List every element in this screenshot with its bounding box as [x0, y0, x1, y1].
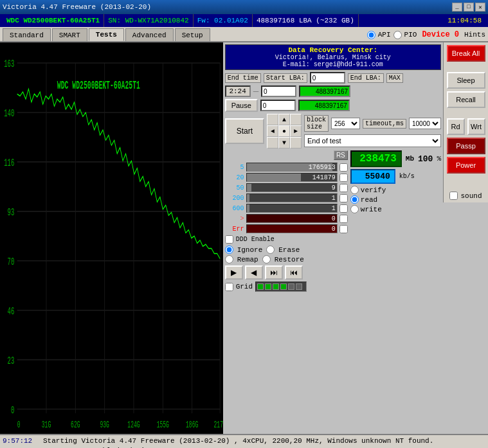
title-bar-controls: _ □ ✕ [452, 3, 485, 12]
grid-cell-6 [296, 283, 302, 290]
speed-bar-20: 141879 [246, 173, 338, 182]
stats-area: 238473 Mb 100 % 55040 kb/s [350, 150, 441, 213]
svg-text:31G: 31G [42, 420, 51, 431]
tab-smart[interactable]: SMART [52, 28, 87, 41]
tab-setup[interactable]: Setup [175, 28, 210, 41]
erase-radio[interactable] [266, 246, 275, 254]
tab-tests[interactable]: Tests [89, 28, 124, 41]
rewind-button[interactable]: ◀ [245, 265, 263, 280]
skip-end-button[interactable]: ⏮ [285, 265, 303, 280]
sound-label: sound [460, 192, 482, 200]
pio-radio[interactable] [393, 31, 402, 39]
maximize-button[interactable]: □ [464, 3, 474, 12]
api-radio-group: API PIO [367, 31, 417, 39]
side-buttons: Break All Sleep Recall Rd Wrt Passp Powe… [443, 42, 488, 202]
pause-button[interactable]: Pause [225, 99, 258, 112]
start-button[interactable]: Start [225, 118, 264, 144]
graph-svg: 163 140 116 93 70 46 23 0 0 31G 62G 93G … [0, 42, 223, 434]
end-lba-value[interactable] [299, 85, 350, 97]
svg-text:93G: 93G [100, 420, 109, 431]
power-button[interactable]: Power [447, 157, 485, 174]
mb-display: 238473 [350, 150, 402, 167]
speed-check-20[interactable] [339, 174, 348, 182]
err-check-x[interactable] [339, 225, 348, 233]
speed-check-200[interactable] [339, 194, 348, 202]
rd-button[interactable]: Rd [447, 118, 465, 135]
sleep-button[interactable]: Sleep [447, 72, 485, 89]
svg-text:155G: 155G [157, 420, 169, 431]
info-banner: Data Recovery Center: Victoria!, Belarus… [225, 44, 441, 70]
pio-label: PIO [404, 31, 417, 39]
speed-row-50: 50 9 [225, 183, 348, 192]
drive-model: WDC WD2500BEKT-60A25T1 [3, 14, 104, 27]
minimize-button[interactable]: _ [452, 3, 462, 12]
speed-row-5: 5 1765913 [225, 163, 348, 172]
banner-line1: Victoria!, Belarus, Minsk city [228, 54, 438, 61]
svg-text:70: 70 [8, 256, 15, 269]
svg-text:62G: 62G [71, 420, 80, 431]
svg-text:140: 140 [4, 108, 14, 120]
app-title: Victoria 4.47 Freeware (2013-02-20) [3, 3, 151, 11]
lba-value-input[interactable] [261, 85, 296, 97]
err-check[interactable] [339, 215, 348, 223]
speed-section: RS 5 1765913 20 [225, 150, 441, 233]
nav-down-left[interactable] [267, 137, 278, 148]
graph-area: 163 140 116 93 70 46 23 0 0 31G 62G 93G … [0, 42, 223, 434]
break-all-button[interactable]: Break All [447, 45, 485, 62]
speed-check-50[interactable] [339, 184, 348, 192]
speed-row-200: 200 1 [225, 193, 348, 202]
remap-radio[interactable] [225, 255, 233, 264]
pct-unit: % [437, 155, 441, 163]
svg-text:186G: 186G [186, 420, 198, 431]
log-section: 9:57:12 Starting Victoria 4.47 Freeware … [0, 434, 488, 448]
ddd-checkbox[interactable] [225, 235, 233, 244]
nav-right[interactable]: ► [290, 125, 302, 137]
rd-wrt-row: Rd Wrt [447, 118, 485, 135]
nav-up-right[interactable] [290, 114, 302, 125]
tab-advanced[interactable]: Advanced [125, 28, 174, 41]
pct-display: 100 [418, 154, 433, 164]
grid-cell-4 [280, 283, 287, 290]
timeout-select[interactable]: 1000050001000 [409, 118, 441, 129]
speed-check-5[interactable] [339, 163, 348, 172]
nav-up[interactable]: ▲ [278, 114, 290, 125]
recall-button[interactable]: Recall [447, 91, 485, 108]
start-lba-input[interactable] [310, 72, 345, 84]
verify-item: verify [350, 186, 441, 194]
lba-current-input[interactable] [260, 100, 296, 111]
restore-radio[interactable] [262, 255, 271, 264]
verify-radio[interactable] [350, 186, 359, 194]
rs-button[interactable]: RS [334, 150, 348, 160]
end-of-test-select[interactable]: End of test Reboot Power off [304, 134, 441, 147]
write-radio[interactable] [350, 205, 359, 213]
nav-up-left[interactable] [267, 114, 278, 125]
ignore-radio[interactable] [225, 246, 233, 254]
svg-text:0: 0 [17, 420, 21, 431]
grid-checkbox[interactable] [225, 283, 233, 291]
wrt-button[interactable]: Wrt [467, 118, 485, 135]
eot-row: End of test Reboot Power off [304, 134, 441, 147]
read-radio[interactable] [350, 195, 359, 204]
nav-down-right[interactable] [290, 137, 302, 148]
nav-left[interactable]: ◄ [267, 125, 278, 137]
kbs-display: 55040 [350, 169, 395, 184]
close-button[interactable]: ✕ [475, 3, 485, 12]
skip-forward-button[interactable]: ⏭ [265, 265, 283, 280]
verify-radios: verify read write [350, 186, 441, 213]
speed-check-600[interactable] [339, 204, 348, 213]
end-lba-label: End LBA: [348, 73, 384, 83]
passp-button[interactable]: Passp [447, 138, 485, 154]
mb-pct-row: 238473 Mb 100 % [350, 150, 441, 167]
erase-label: Erase [278, 246, 300, 254]
api-radio[interactable] [367, 31, 375, 39]
restore-label: Restore [275, 256, 304, 264]
drive-sn: SN: WD-WX71A2010842 [104, 14, 193, 27]
ignore-remap: Ignore Erase Remap Restore [225, 246, 441, 264]
hints-label: Hints [464, 31, 485, 39]
block-size-select[interactable]: 2565121024 [331, 118, 360, 129]
nav-down[interactable]: ▼ [278, 137, 290, 148]
tab-standard[interactable]: Standard [3, 28, 51, 41]
sound-checkbox[interactable] [449, 192, 458, 200]
ddd-row: DDD Enable [225, 235, 441, 244]
play-button[interactable]: ▶ [225, 265, 243, 280]
